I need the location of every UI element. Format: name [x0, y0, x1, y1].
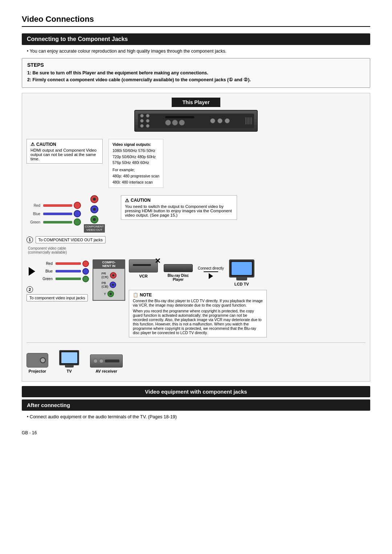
- projector-label: Projector: [29, 369, 46, 373]
- lcd-tv-icon: [229, 259, 254, 280]
- step-num-1: 1: [26, 237, 33, 243]
- cable-blue-2: Blue: [39, 268, 89, 275]
- step2-cables: Red Blue Green: [26, 259, 89, 301]
- tv-shape: [229, 259, 254, 278]
- bluray-label: Blu-ray DiscPlayer: [168, 274, 189, 282]
- color-label-green-2: Green: [39, 277, 53, 281]
- av-receiver-label: AV receiver: [95, 369, 117, 373]
- caution-box-2: ⚠ CAUTION You need to switch the output …: [121, 195, 237, 220]
- player-device-illustration: [134, 110, 258, 132]
- cable-green-2: Green: [39, 276, 89, 282]
- bottom-section: Projector TV AV receive: [26, 342, 366, 377]
- vcr-device: ✕ VCR: [129, 259, 158, 278]
- top-section: ⚠ CAUTION HDMI output and Component Vide…: [26, 139, 366, 192]
- caution-box-1: ⚠ CAUTION HDMI output and Component Vide…: [26, 139, 103, 164]
- cable-label-text: Component video cable(commercially avail…: [28, 246, 114, 254]
- arrow-right-1: [29, 267, 35, 276]
- color-label-blue-1: Blue: [26, 212, 40, 216]
- this-player-label: This Player: [172, 98, 221, 107]
- signal-row-3: 576p 50Hz 480i 60Hz: [113, 160, 159, 166]
- caution-icon-1: ⚠: [30, 141, 35, 147]
- signal-row-2: 720p 50/60Hz 480p 60Hz: [113, 154, 159, 160]
- tv-stand: [236, 278, 247, 280]
- caution-icon-2: ⚠: [125, 198, 129, 203]
- note-bullet-2: When you record the programme where copy…: [133, 309, 263, 335]
- av-receiver-device: AV receiver: [90, 354, 123, 373]
- caution-text-1: HDMI output and Component Video output c…: [30, 148, 99, 161]
- connect-directly-text: Connect directly: [198, 266, 224, 270]
- step1-text: 1: Be sure to turn off this Player and t…: [27, 70, 365, 75]
- color-label-green-1: Green: [26, 220, 40, 224]
- bluray-icon: [164, 264, 193, 272]
- video-output-section: Red Blue Green: [26, 195, 366, 254]
- bluray-tv-group: Blu-ray DiscPlayer Connect directly: [164, 259, 254, 286]
- top-right-signal: Video signal outputs: 1080i 50/60Hz 576i…: [109, 139, 366, 192]
- tv-screen: [232, 262, 252, 275]
- step2-label: To component video input jacks: [26, 294, 88, 301]
- caution-text-2: You need to switch the output to Compone…: [125, 204, 233, 217]
- cable-green-1: Green: [26, 218, 81, 226]
- section-header-component-jacks: Connecting to the Component Jacks: [22, 33, 370, 45]
- projector-icon: [26, 353, 48, 368]
- step-num-2: 2: [26, 286, 33, 293]
- conn-directly-row: Blu-ray DiscPlayer Connect directly: [164, 259, 254, 286]
- bottom-devices: Projector TV AV receive: [26, 346, 366, 377]
- av-receiver-icon: [90, 354, 123, 368]
- signal-for-example: For example;: [113, 167, 159, 173]
- color-label-red-2: Red: [39, 262, 53, 266]
- color-label-red-1: Red: [26, 204, 40, 208]
- pb-label: PB (CB): [102, 281, 109, 288]
- x-mark-vcr: ✕: [155, 257, 161, 265]
- right-diagram-section: ⚠ CAUTION You need to switch the output …: [121, 195, 366, 254]
- comp-jack-y: [107, 291, 114, 297]
- color-label-blue-2: Blue: [39, 269, 53, 273]
- comp-jack-pr: [110, 272, 117, 279]
- page-number: GB - 16: [22, 430, 370, 435]
- rca-jack-y: [90, 216, 98, 223]
- pr-label: PR (CR): [102, 272, 109, 279]
- lcd-tv-device: LCD TV: [229, 259, 254, 286]
- after-connecting-header: After connecting: [22, 399, 370, 411]
- cable-red-2: Red: [39, 260, 89, 267]
- comp-video-out-label: COMPONENTVIDEO OUT: [84, 224, 105, 233]
- tv-small-icon: [59, 350, 79, 368]
- tv-label: TV: [66, 369, 72, 373]
- arrow-right-bluray: [209, 273, 213, 279]
- caution-title-2: ⚠ CAUTION: [125, 198, 233, 203]
- step2-devices: ✕ VCR Blu-ray DiscPlayer C: [129, 259, 366, 337]
- step1-label: To COMPONENT VIDEO OUT jacks: [36, 236, 106, 243]
- page-title: Video Connections: [22, 15, 370, 27]
- rca-jack-pr: [90, 195, 98, 203]
- note-title: 📋 NOTE: [133, 292, 263, 297]
- cable-blue-1: Blue: [26, 210, 81, 217]
- steps-title: STEPS: [27, 62, 365, 68]
- y-label: Y: [104, 292, 106, 296]
- signal-info-box: Video signal outputs: 1080i 50/60Hz 576i…: [109, 139, 163, 188]
- diagram-area: This Player: [22, 93, 370, 382]
- tv-device: TV: [59, 350, 79, 373]
- left-diagram-section: Red Blue Green: [26, 195, 114, 254]
- comp-nent-in-label: COMPO-NENT IN: [102, 260, 116, 268]
- after-connecting-text: Connect audio equipment or the audio ter…: [27, 414, 370, 419]
- signal-row-1: 1080i 50/60Hz 576i 50Hz: [113, 148, 159, 154]
- bluray-device: Blu-ray DiscPlayer: [164, 264, 193, 282]
- note-box: 📋 NOTE Connect the Blu-ray disc player t…: [129, 290, 267, 337]
- connect-directly-group: Connect directly: [198, 266, 224, 279]
- signal-example-2: 480i: 480 interlace scan: [113, 179, 159, 185]
- signal-info-title: Video signal outputs:: [113, 141, 159, 148]
- caution-title-1: ⚠ CAUTION: [30, 141, 99, 147]
- vcr-icon: ✕: [129, 259, 158, 272]
- top-left-caution: ⚠ CAUTION HDMI output and Component Vide…: [26, 139, 103, 192]
- note-icon: 📋: [133, 292, 138, 297]
- lcd-tv-label: LCD TV: [234, 282, 249, 286]
- steps-box: STEPS 1: Be sure to turn off this Player…: [22, 58, 370, 88]
- comp-jack-pb: [110, 282, 116, 288]
- signal-example-1: 480p: 480 progressive scan: [113, 173, 159, 179]
- step2-jack-box: COMPO-NENT IN PR (CR) PB (CB) Y: [93, 259, 125, 301]
- video-equip-header: Video equipment with component jacks: [22, 386, 370, 397]
- step2-area: Red Blue Green: [26, 259, 366, 337]
- step2-text: 2: Firmly connect a component video cabl…: [27, 77, 365, 82]
- intro-text: You can enjoy accurate colour reproducti…: [27, 49, 370, 54]
- note-bullet-1: Connect the Blu-ray disc player to LCD T…: [133, 299, 263, 307]
- projector-device: Projector: [26, 353, 48, 373]
